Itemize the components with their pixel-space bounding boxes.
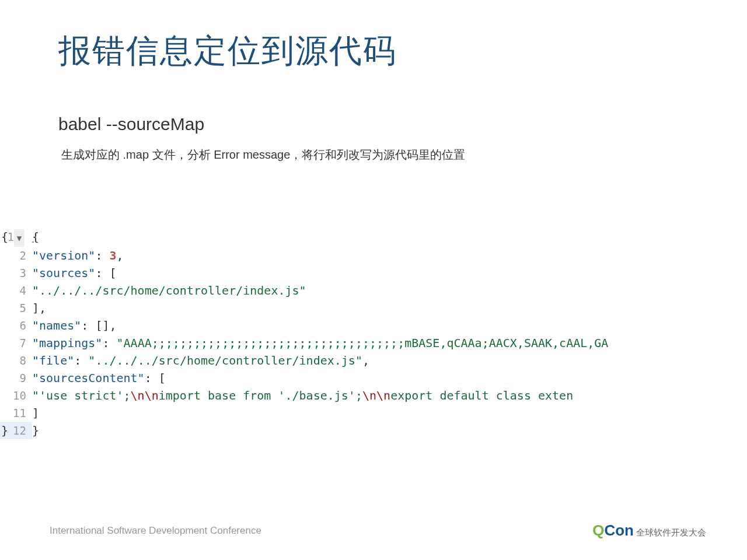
- line-number: 5: [0, 299, 32, 317]
- code-block: { 1▼ { 2 "version": 3, 3 "sources": [ 4 …: [0, 228, 747, 439]
- line-number: 9: [0, 369, 32, 387]
- json-key: "file": [32, 354, 74, 368]
- json-key: "version": [32, 249, 95, 262]
- line-number: 4: [0, 282, 32, 299]
- line-number: 7: [0, 334, 32, 352]
- json-number: 3: [109, 249, 116, 262]
- json-key: "sources": [32, 266, 95, 280]
- json-string: "../../../src/home/controller/index.js": [32, 284, 306, 298]
- line-number: 6: [0, 317, 32, 334]
- json-key: "mappings": [32, 336, 102, 350]
- line-number: 11: [0, 404, 32, 422]
- fold-icon[interactable]: ▼: [14, 229, 25, 247]
- footer-logo: QCon 全球软件开发大会: [592, 522, 706, 540]
- line-number: 8: [0, 352, 32, 369]
- json-string: "../../../src/home/controller/index.js": [88, 354, 362, 368]
- line-number: 10: [0, 387, 32, 404]
- json-string: "'use strict';\n\nimport base from './ba…: [32, 388, 573, 402]
- json-key: "sourcesContent": [32, 371, 145, 385]
- line-number: 3: [0, 264, 32, 282]
- json-key: "names": [32, 318, 81, 332]
- json-string: "AAAA;;;;;;;;;;;;;;;;;;;;;;;;;;;;;;;;;;;…: [117, 336, 609, 350]
- slide-title: 报错信息定位到源代码: [0, 0, 747, 74]
- footer-conference-name: International Software Development Confe…: [50, 525, 261, 537]
- line-number: 2: [0, 247, 32, 264]
- slide-footer: International Software Development Confe…: [0, 522, 747, 540]
- slide-subtitle: babel --sourceMap: [0, 74, 747, 134]
- slide-description: 生成对应的 .map 文件，分析 Error message，将行和列改写为源代…: [0, 134, 747, 163]
